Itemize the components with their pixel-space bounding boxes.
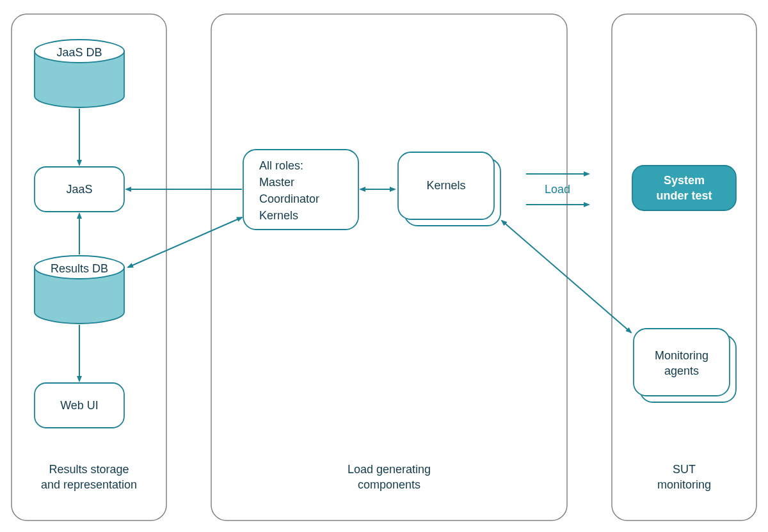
caption-left-line1: Results storage: [49, 463, 129, 476]
results-db-cylinder: Results DB: [35, 256, 124, 324]
all-roles-line1: Master: [259, 176, 294, 189]
jaas-db-cylinder: JaaS DB: [35, 40, 124, 107]
svg-rect-7: [632, 166, 736, 210]
svg-rect-9: [634, 329, 730, 396]
jaas-db-label: JaaS DB: [56, 46, 102, 59]
load-label: Load: [545, 183, 570, 196]
web-ui-label: Web UI: [60, 399, 99, 412]
web-ui-box: Web UI: [35, 383, 124, 428]
architecture-diagram: JaaS DB JaaS Results DB Web UI All roles…: [0, 0, 768, 532]
all-roles-line3: Kernels: [259, 209, 298, 222]
column-sut-monitoring: [612, 14, 756, 520]
jaas-label: JaaS: [66, 183, 92, 196]
caption-right-line2: monitoring: [657, 478, 711, 491]
arrow-allroles-resultsdb: [128, 217, 242, 267]
kernels-box: Kernels: [398, 152, 500, 226]
column-load-generating: [211, 14, 567, 520]
caption-middle-line2: components: [358, 478, 420, 491]
all-roles-line2: Coordinator: [259, 192, 319, 205]
monitoring-agents-box: Monitoring agents: [634, 329, 736, 402]
jaas-box: JaaS: [35, 167, 124, 212]
sut-line2: under test: [656, 189, 712, 202]
kernels-label: Kernels: [426, 179, 465, 192]
all-roles-title: All roles:: [259, 159, 303, 172]
monitoring-line1: Monitoring: [655, 349, 708, 362]
caption-middle-line1: Load generating: [348, 463, 431, 476]
caption-right-line1: SUT: [673, 463, 696, 476]
caption-left-line2: and representation: [41, 478, 137, 491]
results-db-label: Results DB: [51, 262, 108, 275]
system-under-test-box: System under test: [632, 166, 736, 210]
sut-line1: System: [664, 174, 705, 187]
all-roles-box: All roles: Master Coordinator Kernels: [243, 150, 358, 230]
monitoring-line2: agents: [664, 364, 699, 377]
